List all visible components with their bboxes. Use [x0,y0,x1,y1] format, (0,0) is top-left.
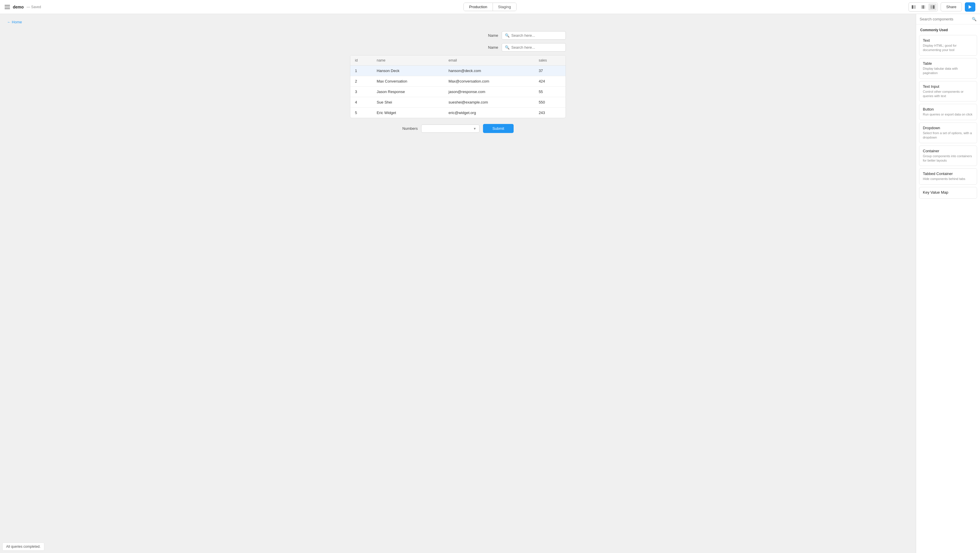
table-row[interactable]: 1Hanson Deckhanson@deck.com37 [350,66,566,76]
layout-left-button[interactable] [910,3,918,11]
data-table: id name email sales 1Hanson Deckhanson@d… [350,56,566,118]
component-card-desc: Display HTML; good for documenting your … [923,43,973,52]
name-label-2: Name [488,45,498,49]
saved-label: — Saved [27,5,41,9]
cell-email: hanson@deck.com [444,66,534,76]
component-card-tabbed-container[interactable]: Tabbed ContainerHide components behind t… [919,168,977,184]
numbers-label: Numbers [402,126,418,131]
canvas-content: Name 🔍 Name 🔍 id [318,31,598,133]
cell-name: Hanson Deck [372,66,444,76]
search-input-wrapper-2[interactable]: 🔍 [502,43,566,52]
search-icon-1: 🔍 [505,33,509,38]
cell-sales: 243 [534,108,566,118]
col-header-sales: sales [534,56,566,66]
staging-button[interactable]: Staging [493,3,516,11]
cell-id: 1 [350,66,372,76]
table-header-row: id name email sales [350,56,566,66]
svg-rect-0 [912,5,913,9]
section-title: Commonly Used [919,28,977,32]
canvas: ← Home Name 🔍 Name 🔍 [0,14,916,553]
cell-email: eric@widget.org [444,108,534,118]
search-input-1[interactable] [511,33,563,38]
topbar-left: demo — Saved [5,5,463,10]
components-search-input[interactable] [920,17,970,21]
cell-id: 5 [350,108,372,118]
component-card-text[interactable]: TextDisplay HTML; good for documenting y… [919,35,977,56]
topbar-right: Share [517,2,975,12]
svg-rect-4 [924,5,925,9]
components-list: Commonly Used TextDisplay HTML; good for… [916,24,980,553]
cell-sales: 550 [534,97,566,108]
component-card-title: Text [923,38,973,43]
name-row-1: Name 🔍 [350,31,566,40]
cell-name: Jason Response [372,87,444,97]
cell-email: sueshei@example.com [444,97,534,108]
main-layout: ← Home Name 🔍 Name 🔍 [0,14,980,553]
share-button[interactable]: Share [940,2,962,11]
topbar: demo — Saved Production Staging [0,0,980,14]
table-row[interactable]: 5Eric Widgeteric@widget.org243 [350,108,566,118]
table-row[interactable]: 3Jason Responsejason@response.com55 [350,87,566,97]
cell-name: Max Conversation [372,76,444,87]
component-card-dropdown[interactable]: DropdownSelect from a set of options, wi… [919,122,977,143]
name-row-2: Name 🔍 [350,43,566,52]
component-card-desc: Select from a set of options, with a dro… [923,131,973,140]
svg-rect-2 [921,5,922,9]
layout-icons [908,2,938,12]
component-card-desc: Run queries or export data on click [923,112,973,117]
col-header-id: id [350,56,372,66]
component-card-title: Container [923,149,973,153]
cell-id: 2 [350,76,372,87]
component-card-title: Text Input [923,84,973,89]
production-button[interactable]: Production [464,3,493,11]
component-card-desc: Group components into containers for bet… [923,154,973,163]
search-input-wrapper-1[interactable]: 🔍 [502,31,566,40]
numbers-row: Numbers ▼ Submit [350,124,566,133]
cell-email: jason@response.com [444,87,534,97]
component-card-title: Button [923,107,973,111]
table-row[interactable]: 2Max ConversationMax@conversation.com424 [350,76,566,87]
back-home-link[interactable]: ← Home [7,20,22,24]
cell-sales: 37 [534,66,566,76]
cell-sales: 424 [534,76,566,87]
submit-button[interactable]: Submit [483,124,513,133]
component-card-table[interactable]: TableDisplay tabular data with paginatio… [919,58,977,79]
status-bar: All queries completed. [2,542,45,551]
svg-rect-3 [923,5,924,9]
component-card-desc: Control other components or queries with… [923,89,973,99]
svg-rect-1 [913,5,916,9]
search-input-2[interactable] [511,45,563,49]
right-panel: 🔍 Commonly Used TextDisplay HTML; good f… [916,14,980,553]
layout-right-button[interactable] [928,3,937,11]
component-card-title: Key Value Map [923,190,973,195]
col-header-name: name [372,56,444,66]
component-card-button[interactable]: ButtonRun queries or export data on clic… [919,104,977,120]
cell-id: 4 [350,97,372,108]
app-title: demo [13,5,24,10]
name-label-1: Name [488,33,498,38]
numbers-dropdown[interactable]: ▼ [421,124,479,133]
status-message: All queries completed. [6,545,41,548]
component-card-text-input[interactable]: Text InputControl other components or qu… [919,81,977,102]
col-header-email: email [444,56,534,66]
svg-rect-6 [933,5,934,9]
component-card-desc: Display tabular data with pagination [923,67,973,76]
svg-rect-5 [931,5,933,9]
cell-name: Eric Widget [372,108,444,118]
cell-sales: 55 [534,87,566,97]
layout-center-button[interactable] [919,3,927,11]
table-row[interactable]: 4Sue Sheisueshei@example.com550 [350,97,566,108]
play-button[interactable] [965,2,975,12]
search-icon-2: 🔍 [505,45,509,49]
env-toggle: Production Staging [463,3,516,11]
cell-email: Max@conversation.com [444,76,534,87]
component-card-container[interactable]: ContainerGroup components into container… [919,146,977,166]
component-card-title: Table [923,61,973,66]
component-card-title: Dropdown [923,126,973,130]
data-table-wrapper: id name email sales 1Hanson Deckhanson@d… [350,55,566,118]
hamburger-icon[interactable] [5,5,10,9]
topbar-center: Production Staging [463,3,516,11]
component-card-key-value-map[interactable]: Key Value Map [919,187,977,199]
cell-name: Sue Shei [372,97,444,108]
component-card-title: Tabbed Container [923,172,973,176]
